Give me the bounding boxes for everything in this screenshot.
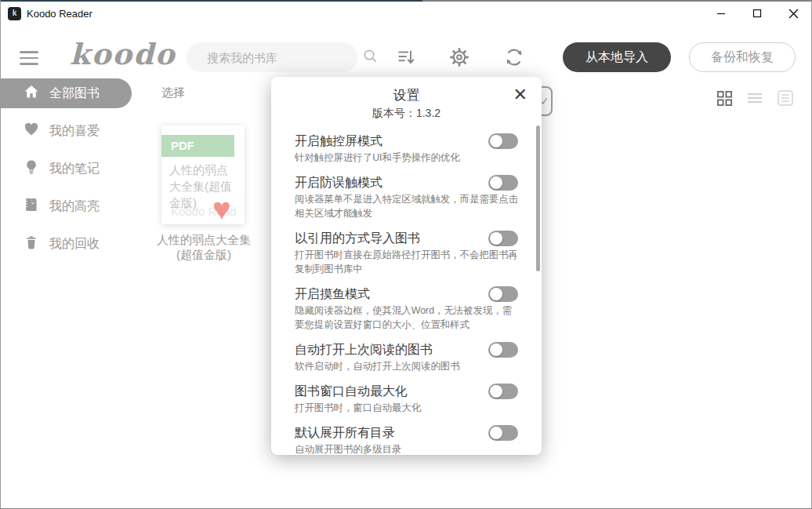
sidebar-item-label: 全部图书: [49, 85, 100, 102]
detail-view-icon[interactable]: [777, 89, 794, 110]
titlebar: k Koodo Reader: [1, 2, 811, 27]
book-title-caption[interactable]: 人性的弱点大全集(超值金版): [154, 232, 254, 262]
cover-title-text: 人性的弱点大全集(超值金版): [161, 157, 245, 211]
toggle-switch[interactable]: [488, 384, 518, 399]
setting-import-by-reference: 以引用的方式导入图书 打开图书时直接在原始路径打开图书，不会把图书再复制到图书库…: [295, 229, 518, 276]
toggle-switch[interactable]: [488, 342, 518, 358]
setting-title: 图书窗口自动最大化: [295, 384, 408, 400]
format-badge: PDF: [161, 135, 234, 157]
sidebar-item-trash[interactable]: 我的回收: [1, 229, 154, 259]
sidebar-item-label: 我的回收: [49, 236, 100, 253]
setting-description: 自动展开图书的多级目录: [295, 442, 518, 456]
view-mode-switcher: [716, 89, 794, 110]
close-window-button[interactable]: [775, 2, 811, 25]
backup-restore-button[interactable]: 备份和恢复: [689, 42, 796, 72]
list-view-icon[interactable]: [746, 90, 763, 109]
menu-icon[interactable]: [20, 47, 38, 69]
home-icon: [23, 84, 40, 103]
window-title: Koodo Reader: [27, 8, 92, 20]
setting-title: 开启摸鱼模式: [295, 286, 370, 303]
book-cover-card[interactable]: PDF 人性的弱点大全集(超值金版) Koodo Read: [161, 125, 245, 224]
setting-stealth-mode: 开启摸鱼模式 隐藏阅读器边框，使其混入Word，无法被发现，需要您提前设置好窗口…: [295, 285, 518, 332]
app-window: k Koodo Reader koodo: [0, 0, 812, 509]
toggle-switch[interactable]: [488, 175, 518, 191]
setting-title: 自动打开上次阅读的图书: [295, 342, 433, 358]
book-icon: [23, 197, 40, 216]
setting-title: 开启防误触模式: [295, 175, 382, 191]
setting-description: 针对触控屏进行了UI和手势操作的优化: [295, 151, 518, 165]
maximize-button[interactable]: [739, 2, 775, 25]
modal-title: 设置: [295, 86, 518, 105]
toolbar: koodo: [1, 35, 811, 78]
toggle-switch[interactable]: [488, 286, 518, 302]
sort-icon[interactable]: [394, 45, 418, 69]
settings-gear-icon[interactable]: [448, 45, 471, 69]
sidebar-item-label: 我的高亮: [49, 198, 100, 215]
settings-modal: 设置 版本号：1.3.2 ✕ 开启触控屏模式 针对触控屏进行了UI和手势操作的优…: [271, 77, 542, 455]
setting-title: 以引用的方式导入图书: [295, 231, 420, 247]
setting-open-last-book: 自动打开上次阅读的图书 软件启动时，自动打开上次阅读的图书: [295, 340, 518, 373]
sidebar-item-label: 我的笔记: [49, 161, 100, 177]
grid-view-icon[interactable]: [716, 90, 733, 110]
koodo-logo: koodo: [70, 37, 176, 71]
setting-touch-mode: 开启触控屏模式 针对触控屏进行了UI和手势操作的优化: [295, 132, 518, 165]
app-logo-icon: k: [8, 7, 21, 20]
setting-description: 软件启动时，自动打开上次阅读的图书: [295, 359, 518, 373]
toggle-switch[interactable]: [488, 425, 518, 441]
setting-title: 默认展开所有目录: [295, 425, 395, 442]
minimize-button[interactable]: [703, 2, 739, 25]
setting-description: 打开图书时，窗口自动最大化: [295, 401, 518, 415]
sidebar-item-all-books[interactable]: 全部图书: [1, 78, 132, 108]
import-local-button[interactable]: 从本地导入: [563, 42, 671, 72]
sync-refresh-icon[interactable]: [502, 45, 526, 69]
close-icon[interactable]: ✕: [513, 86, 527, 104]
sidebar-item-label: 我的喜爱: [49, 123, 100, 140]
select-mode-toggle[interactable]: 选择: [161, 85, 185, 100]
modal-scrollbar[interactable]: [536, 125, 540, 271]
lightbulb-icon: [23, 159, 40, 178]
setting-title: 开启触控屏模式: [295, 133, 382, 150]
setting-description: 阅读器菜单不是进入特定区域就触发，而是需要点击相关区域才能触发: [295, 192, 518, 220]
setting-description: 隐藏阅读器边框，使其混入Word，无法被发现，需要您提前设置好窗口的大小、位置和…: [295, 304, 518, 332]
sidebar-item-favorites[interactable]: 我的喜爱: [1, 116, 154, 146]
search-icon: [363, 49, 378, 67]
setting-description: 打开图书时直接在原始路径打开图书，不会把图书再复制到图书库中: [295, 248, 518, 276]
toggle-switch[interactable]: [488, 231, 518, 246]
heart-icon: [23, 122, 40, 140]
version-label: 版本号：1.3.2: [295, 105, 518, 121]
sidebar: 全部图书 我的喜爱 我的笔记 我的高亮 我的回收: [1, 78, 154, 508]
favorite-heart-icon[interactable]: ♥: [212, 193, 231, 224]
sidebar-item-highlights[interactable]: 我的高亮: [1, 191, 154, 221]
trash-icon: [23, 235, 40, 253]
setting-auto-maximize: 图书窗口自动最大化 打开图书时，窗口自动最大化: [295, 382, 518, 415]
search-input[interactable]: [207, 51, 363, 64]
setting-mistouch-prevention: 开启防误触模式 阅读器菜单不是进入特定区域就触发，而是需要点击相关区域才能触发: [295, 173, 518, 220]
setting-expand-toc: 默认展开所有目录 自动展开图书的多级目录: [295, 424, 518, 456]
toggle-switch[interactable]: [488, 133, 518, 149]
search-box[interactable]: [187, 42, 357, 72]
sidebar-item-notes[interactable]: 我的笔记: [1, 154, 154, 184]
